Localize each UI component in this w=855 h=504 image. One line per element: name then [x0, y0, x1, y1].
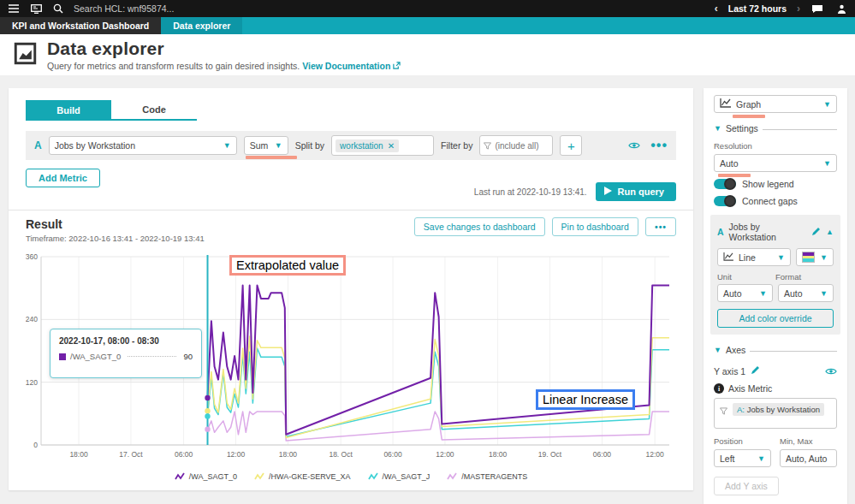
tab-code[interactable]: Code [111, 100, 197, 121]
annotation-underline-sum [246, 156, 297, 159]
axis-metric-input[interactable]: A: Jobs by Workstation [714, 398, 837, 429]
connect-gaps-toggle[interactable] [714, 196, 736, 206]
svg-text:240: 240 [26, 315, 38, 323]
axes-label: Axes [726, 345, 745, 355]
filter-funnel-icon [720, 403, 727, 418]
edit-pencil-icon[interactable] [811, 227, 821, 238]
page-header: Data explorer Query for metrics and tran… [0, 34, 855, 75]
svg-text:18. Oct: 18. Oct [329, 450, 353, 459]
minmax-label: Min, Max [780, 436, 837, 446]
y-axis-eye-icon[interactable] [825, 367, 837, 376]
timeframe-selector[interactable]: Last 72 hours [728, 3, 787, 14]
tooltip-series-swatch [59, 353, 66, 360]
chevron-down-icon: ▼ [223, 141, 231, 150]
show-legend-toggle[interactable] [714, 179, 736, 189]
metric-letter-badge: A [717, 227, 724, 237]
chevron-down-icon: ▼ [820, 289, 828, 298]
legend-item[interactable]: /HWA-GKE-SERVE_XA [254, 472, 351, 481]
add-color-override-button[interactable]: Add color override [717, 309, 834, 328]
tab-kpi-dashboard[interactable]: KPI and Workstation Dashboard [0, 17, 161, 34]
format-select[interactable]: Auto ▼ [778, 284, 834, 302]
tab-data-explorer[interactable]: Data explorer [161, 17, 242, 34]
position-select[interactable]: Left ▼ [714, 449, 771, 467]
show-legend-label: Show legend [742, 179, 794, 189]
legend-item[interactable]: /WA_SAGT_0 [175, 472, 237, 481]
minmax-input[interactable] [780, 449, 837, 467]
user-icon[interactable] [834, 2, 848, 15]
chevron-down-icon: ▼ [777, 253, 785, 262]
svg-text:06:00: 06:00 [175, 450, 193, 459]
annotation-linear-increase: Linear Increase [536, 389, 635, 410]
run-query-button[interactable]: Run query [596, 182, 676, 201]
add-y-axis-button[interactable]: Add Y axis [714, 477, 779, 495]
tooltip-series-name: /WA_SAGT_0 [70, 352, 121, 361]
tooltip-timestamp: 2022-10-17, 08:00 - 08:30 [59, 336, 193, 346]
chevron-up-icon[interactable]: ▲ [826, 228, 834, 236]
aggregation-value: Sum [250, 140, 269, 151]
settings-label: Settings [726, 123, 758, 133]
info-icon: i [714, 383, 724, 394]
axis-metric-chip[interactable]: A: Jobs by Workstation [733, 403, 824, 416]
color-palette-select[interactable]: ▼ [796, 248, 834, 266]
metric-panel-title: Jobs by Workstation [729, 222, 806, 242]
resolution-value: Auto [720, 158, 739, 169]
add-metric-button[interactable]: Add Metric [26, 169, 100, 187]
split-by-input[interactable]: workstation ✕ [331, 135, 434, 156]
legend-line-icon [254, 472, 264, 481]
pin-to-dashboard-button[interactable]: Pin to dashboard [552, 217, 638, 236]
eye-icon[interactable] [628, 141, 640, 150]
page-subtitle: Query for metrics and transform results … [47, 61, 300, 71]
search-input[interactable]: Search HCL: wnf95874... [74, 3, 174, 14]
svg-text:12:00: 12:00 [645, 450, 664, 459]
svg-text:18:00: 18:00 [69, 450, 88, 459]
filter-by-input[interactable] [479, 135, 553, 156]
svg-text:06:00: 06:00 [383, 450, 402, 459]
filter-value-input[interactable] [495, 141, 546, 151]
chat-icon[interactable] [810, 2, 824, 15]
run-query-label: Run query [618, 187, 664, 197]
svg-text:06:00: 06:00 [593, 450, 612, 459]
format-value: Auto [784, 288, 803, 299]
unit-select[interactable]: Auto ▼ [717, 284, 773, 302]
settings-section-header[interactable]: ▼ Settings [714, 123, 837, 133]
result-more-button[interactable]: ••• [645, 217, 676, 236]
split-chip-label: workstation [340, 141, 383, 151]
close-icon[interactable]: ✕ [388, 141, 395, 151]
view-documentation-link[interactable]: View Documentation [302, 61, 390, 71]
timeframe-prev-icon[interactable]: ‹ [715, 3, 718, 14]
page-title: Data explorer [47, 39, 401, 59]
metric-select[interactable]: Jobs by Workstation ▼ [49, 136, 237, 155]
position-label: Position [714, 436, 771, 446]
external-link-icon[interactable] [393, 61, 401, 71]
axes-section-header[interactable]: ▼ Axes [714, 345, 837, 355]
add-filter-button[interactable]: + [560, 135, 582, 156]
search-icon[interactable] [51, 2, 65, 15]
palette-swatch [802, 252, 815, 263]
visualization-sidebar: Graph ▼ ▼ Settings Resolution Auto ▼ Sho… [704, 88, 847, 504]
chart-area: 012024036018:0017. Oct06:0012:0018:0018.… [26, 250, 676, 481]
tooltip-value: 90 [183, 352, 193, 361]
legend-line-icon [175, 472, 185, 481]
aggregation-select[interactable]: Sum ▼ [244, 136, 288, 155]
tab-build[interactable]: Build [26, 100, 111, 121]
chevron-down-icon: ▼ [275, 141, 282, 150]
save-changes-button[interactable]: Save changes to dashboard [414, 217, 545, 236]
chevron-down-icon: ▼ [759, 289, 767, 298]
timeframe-next-icon[interactable]: › [797, 3, 800, 14]
visualization-type-select[interactable]: Graph ▼ [714, 95, 837, 113]
legend-line-icon [447, 472, 457, 481]
chevron-down-icon: ▼ [714, 346, 721, 354]
section-rule [763, 129, 837, 130]
chart-type-select[interactable]: Line ▼ [717, 248, 791, 266]
edit-pencil-icon[interactable] [751, 365, 760, 377]
legend-item[interactable]: /MASTERAGENTS [447, 472, 527, 481]
chip-label: Jobs by Workstation [747, 405, 820, 414]
more-options-icon[interactable]: ••• [650, 138, 668, 153]
resolution-select[interactable]: Auto ▼ [714, 154, 837, 172]
dashboard-tab-strip: KPI and Workstation Dashboard Data explo… [0, 17, 855, 34]
hamburger-menu-icon[interactable] [7, 2, 21, 15]
metric-select-value: Jobs by Workstation [55, 140, 135, 151]
legend-item[interactable]: /WA_SAGT_J [368, 472, 430, 481]
monitor-icon[interactable] [29, 2, 43, 15]
svg-text:12:00: 12:00 [436, 450, 454, 459]
